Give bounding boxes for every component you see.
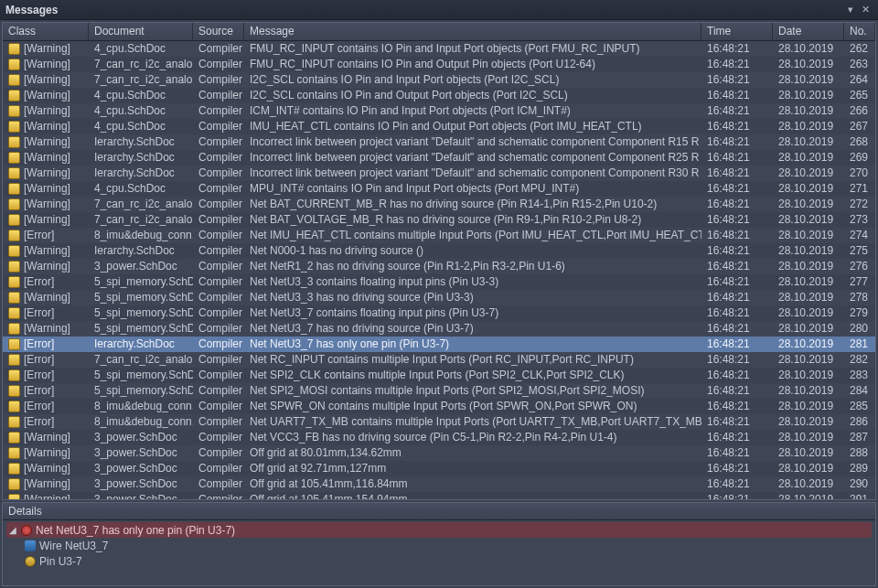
- cell-message: FMU_RC_INPUT contains IO Pin and Output …: [244, 57, 701, 72]
- table-row[interactable]: [Warning]7_can_rc_i2c_analog.SchDocCompi…: [3, 197, 875, 212]
- table-row[interactable]: [Warning]4_cpu.SchDocCompilerFMU_RC_INPU…: [3, 41, 875, 57]
- warning-icon: [8, 183, 20, 195]
- cell-message: Off grid at 92.71mm,127mm: [244, 461, 701, 476]
- cell-date: 28.10.2019: [773, 88, 844, 103]
- cell-source: Compiler: [193, 134, 244, 150]
- cell-time: 16:48:21: [701, 150, 773, 166]
- cell-no: 278: [844, 290, 875, 305]
- grid-rows[interactable]: [Warning]4_cpu.SchDocCompilerFMU_RC_INPU…: [3, 41, 875, 499]
- cell-no: 275: [844, 243, 875, 259]
- details-child[interactable]: Pin U3-7: [6, 553, 872, 569]
- table-row[interactable]: [Warning]7_can_rc_i2c_analog.SchDocCompi…: [3, 57, 875, 72]
- cell-date: 28.10.2019: [773, 274, 844, 290]
- wire-icon: [25, 540, 36, 551]
- warning-icon: [8, 198, 20, 210]
- class-label: [Warning]: [24, 243, 70, 259]
- table-row[interactable]: [Warning]7_can_rc_i2c_analog.SchDocCompi…: [3, 72, 875, 88]
- warning-icon: [8, 152, 20, 164]
- close-icon[interactable]: ✕: [858, 3, 873, 17]
- cell-date: 28.10.2019: [773, 492, 844, 500]
- cell-source: Compiler: [193, 321, 244, 337]
- col-header-class[interactable]: Class: [3, 23, 89, 40]
- table-row[interactable]: [Warning]7_can_rc_i2c_analog.SchDocCompi…: [3, 212, 875, 228]
- cell-time: 16:48:21: [701, 228, 773, 243]
- cell-document: 5_spi_memory.SchDoc: [89, 305, 193, 321]
- cell-time: 16:48:21: [701, 321, 773, 337]
- cell-time: 16:48:21: [701, 243, 773, 259]
- table-row[interactable]: [Warning]3_power.SchDocCompilerOff grid …: [3, 476, 875, 492]
- col-header-message[interactable]: Message: [244, 23, 701, 40]
- table-row[interactable]: [Warning]4_cpu.SchDocCompilerI2C_SCL con…: [3, 88, 875, 103]
- cell-source: Compiler: [193, 103, 244, 119]
- table-row[interactable]: [Warning]Ierarchy.SchDocCompilerIncorrec…: [3, 150, 875, 166]
- table-row[interactable]: [Error]5_spi_memory.SchDocCompilerNet Ne…: [3, 305, 875, 321]
- table-row[interactable]: [Warning]4_cpu.SchDocCompilerICM_INT# co…: [3, 103, 875, 119]
- table-row[interactable]: [Warning]3_power.SchDocCompilerOff grid …: [3, 492, 875, 499]
- table-row[interactable]: [Warning]3_power.SchDocCompilerOff grid …: [3, 461, 875, 476]
- details-root[interactable]: ◢ Net NetU3_7 has only one pin (Pin U3-7…: [6, 522, 872, 538]
- cell-date: 28.10.2019: [773, 476, 844, 492]
- cell-document: 4_cpu.SchDoc: [89, 181, 193, 197]
- cell-no: 284: [844, 383, 875, 399]
- cell-message: Net SPI2_CLK contains multiple Input Por…: [244, 368, 701, 383]
- table-row[interactable]: [Warning]4_cpu.SchDocCompilerMPU_INT# co…: [3, 181, 875, 197]
- tree-collapse-icon[interactable]: ◢: [8, 525, 17, 535]
- cell-date: 28.10.2019: [773, 368, 844, 383]
- cell-date: 28.10.2019: [773, 243, 844, 259]
- table-row[interactable]: [Error]8_imu&debug_conn.SchDocCompilerNe…: [3, 228, 875, 243]
- class-label: [Error]: [24, 352, 54, 368]
- col-header-source[interactable]: Source: [193, 23, 244, 40]
- error-icon: [8, 230, 20, 241]
- table-row[interactable]: [Error]8_imu&debug_conn.SchDocCompilerNe…: [3, 399, 875, 414]
- table-row[interactable]: [Error]5_spi_memory.SchDocCompilerNet Ne…: [3, 274, 875, 290]
- cell-no: 291: [844, 492, 875, 500]
- class-label: [Error]: [24, 383, 54, 399]
- table-row[interactable]: [Warning]5_spi_memory.SchDocCompilerNet …: [3, 290, 875, 305]
- table-row[interactable]: [Error]5_spi_memory.SchDocCompilerNet SP…: [3, 368, 875, 383]
- table-row[interactable]: [Warning]Ierarchy.SchDocCompilerIncorrec…: [3, 134, 875, 150]
- table-row[interactable]: [Error]8_imu&debug_conn.SchDocCompilerNe…: [3, 414, 875, 430]
- cell-class: [Warning]: [3, 88, 89, 103]
- cell-message: Off grid at 80.01mm,134.62mm: [244, 445, 701, 461]
- cell-date: 28.10.2019: [773, 430, 844, 445]
- cell-time: 16:48:21: [701, 290, 773, 305]
- cell-time: 16:48:21: [701, 41, 773, 57]
- table-row[interactable]: [Warning]Ierarchy.SchDocCompilerNet N000…: [3, 243, 875, 259]
- table-row[interactable]: [Warning]5_spi_memory.SchDocCompilerNet …: [3, 321, 875, 337]
- warning-icon: [8, 105, 20, 117]
- table-row[interactable]: [Warning]3_power.SchDocCompilerOff grid …: [3, 445, 875, 461]
- class-label: [Warning]: [24, 88, 70, 103]
- details-child[interactable]: Wire NetU3_7: [6, 538, 872, 553]
- table-row[interactable]: [Warning]Ierarchy.SchDocCompilerIncorrec…: [3, 166, 875, 181]
- error-icon: [8, 369, 20, 381]
- cell-time: 16:48:21: [701, 383, 773, 399]
- cell-date: 28.10.2019: [773, 383, 844, 399]
- class-label: [Warning]: [24, 150, 70, 166]
- table-row[interactable]: [Error]5_spi_memory.SchDocCompilerNet SP…: [3, 383, 875, 399]
- table-row[interactable]: [Warning]3_power.SchDocCompilerNet VCC3_…: [3, 430, 875, 445]
- cell-document: 5_spi_memory.SchDoc: [89, 290, 193, 305]
- title-bar[interactable]: Messages ▾ ✕: [0, 0, 878, 20]
- cell-date: 28.10.2019: [773, 197, 844, 212]
- col-header-no[interactable]: No.: [844, 23, 875, 40]
- cell-message: Net RC_INPUT contains multiple Input Por…: [244, 352, 701, 368]
- details-header[interactable]: Details: [3, 503, 875, 520]
- dropdown-icon[interactable]: ▾: [843, 3, 858, 17]
- col-header-date[interactable]: Date: [773, 23, 844, 40]
- class-label: [Error]: [24, 274, 54, 290]
- table-row[interactable]: [Warning]4_cpu.SchDocCompilerIMU_HEAT_CT…: [3, 119, 875, 134]
- cell-document: Ierarchy.SchDoc: [89, 134, 193, 150]
- table-row[interactable]: [Error]7_can_rc_i2c_analog.SchDocCompile…: [3, 352, 875, 368]
- cell-class: [Warning]: [3, 212, 89, 228]
- cell-time: 16:48:21: [701, 445, 773, 461]
- table-row[interactable]: [Warning]3_power.SchDocCompilerNet NetR1…: [3, 259, 875, 274]
- class-label: [Warning]: [24, 212, 70, 228]
- cell-message: Net SPWR_ON contains multiple Input Port…: [244, 399, 701, 414]
- warning-icon: [8, 323, 20, 335]
- col-header-document[interactable]: Document: [89, 23, 193, 40]
- col-header-time[interactable]: Time: [701, 23, 773, 40]
- cell-time: 16:48:21: [701, 103, 773, 119]
- cell-no: 290: [844, 476, 875, 492]
- cell-class: [Warning]: [3, 492, 89, 500]
- table-row[interactable]: [Error]Ierarchy.SchDocCompilerNet NetU3_…: [3, 337, 875, 352]
